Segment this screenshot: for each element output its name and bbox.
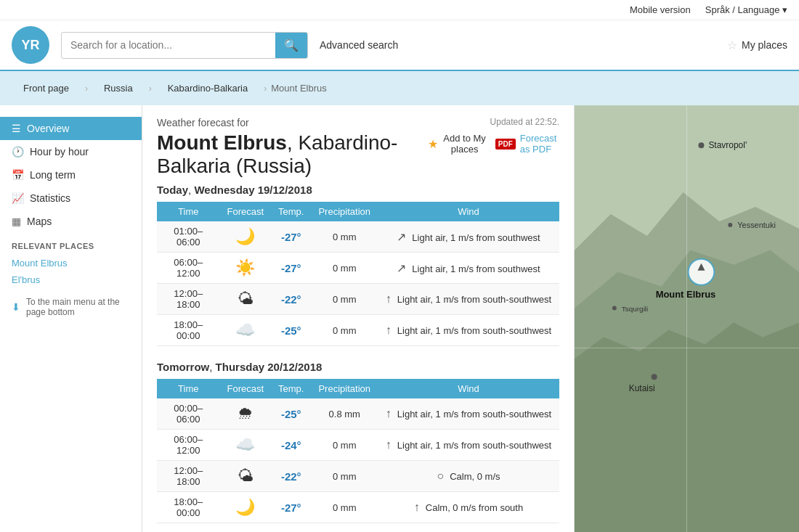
breadcrumb-current: Mount Elbrus	[271, 83, 327, 94]
time-cell: 18:00–00:00	[157, 315, 219, 346]
temp-cell: -27°	[271, 492, 311, 523]
time-cell: 01:00–06:00	[157, 221, 219, 253]
svg-point-8	[728, 223, 732, 227]
precipitation-cell: 0.8 mm	[311, 398, 378, 430]
table-row: 01:00–06:00 🌙 -27° 0 mm ↗Light air, 1 m/…	[157, 221, 559, 253]
wind-cell: ↗Light air, 1 m/s from southwest	[378, 221, 559, 253]
updated-text: Updated at 22:52.	[428, 117, 559, 127]
map-container: Stavropol' Yessentuki Tsqurgili Kutaisi …	[574, 105, 799, 532]
temp-cell: -22°	[271, 461, 311, 492]
forecast-icon-cell: ☁️	[219, 430, 271, 461]
tomorrow-col-forecast: Forecast	[219, 379, 271, 398]
search-button[interactable]: 🔍	[275, 33, 307, 58]
table-row: 06:00–12:00 ☀️ -27° 0 mm ↗Light air, 1 m…	[157, 253, 559, 284]
mobile-version-link[interactable]: Mobile version	[630, 4, 691, 15]
tomorrow-col-temp: Temp.	[271, 379, 311, 398]
relevant-place-elbrus[interactable]: El'brus	[0, 271, 142, 288]
breadcrumb-front-page[interactable]: Front page	[12, 77, 81, 99]
tomorrow-section: Tomorrow, Thursday 20/12/2018 Time Forec…	[157, 361, 559, 523]
wind-cell: ↗Light air, 1 m/s from southwest	[378, 253, 559, 284]
today-col-time: Time	[157, 202, 219, 221]
today-header: Today, Wednesday 19/12/2018	[157, 184, 559, 196]
sidebar-item-overview[interactable]: ☰ Overview	[0, 117, 142, 140]
table-row: 06:00–12:00 ☁️ -24° 0 mm ↑Light air, 1 m…	[157, 430, 559, 461]
forecast-icon-cell: 🌤	[219, 284, 271, 315]
breadcrumb-sep-1: ›	[85, 83, 88, 94]
wind-cell: ↑Light air, 1 m/s from south-southwest	[378, 430, 559, 461]
sidebar-item-maps[interactable]: ▦ Maps	[0, 210, 142, 233]
precipitation-cell: 0 mm	[311, 461, 378, 492]
main-layout: ☰ Overview 🕐 Hour by hour 📅 Long term 📈 …	[0, 105, 799, 532]
breadcrumb-sep-3: ›	[264, 83, 267, 94]
calendar-icon: 📅	[12, 169, 24, 181]
wind-cell: ↑Light air, 1 m/s from south-southwest	[378, 398, 559, 430]
precipitation-cell: 0 mm	[311, 284, 378, 315]
precipitation-cell: 0 mm	[311, 315, 378, 346]
content: Weather forecast for Mount Elbrus, Kabar…	[142, 105, 574, 532]
top-bar: Mobile version Språk / Language ▾	[0, 0, 799, 20]
chart-icon: 📈	[12, 192, 24, 204]
time-cell: 06:00–12:00	[157, 430, 219, 461]
svg-text:Tsqurgili: Tsqurgili	[622, 305, 649, 313]
star-filled-icon: ★	[428, 137, 438, 151]
add-to-my-places-button[interactable]: ★ Add to My places	[428, 133, 486, 155]
time-cell: 18:00–00:00	[157, 492, 219, 523]
temp-cell: -25°	[271, 315, 311, 346]
svg-text:Mount Elbrus: Mount Elbrus	[656, 289, 716, 300]
clock-icon: 🕐	[12, 146, 24, 157]
tomorrow-table: Time Forecast Temp. Precipitation Wind 0…	[157, 379, 559, 523]
sidebar-item-hour-by-hour[interactable]: 🕐 Hour by hour	[0, 140, 142, 163]
down-arrow-icon: ⬇	[12, 301, 20, 313]
today-col-forecast: Forecast	[219, 202, 271, 221]
forecast-pdf-link[interactable]: PDF Forecast as PDF	[495, 133, 559, 155]
language-link[interactable]: Språk / Language ▾	[705, 4, 787, 15]
wind-cell: ↑Calm, 0 m/s from south	[378, 492, 559, 523]
sidebar-item-statistics[interactable]: 📈 Statistics	[0, 187, 142, 210]
today-col-precip: Precipitation	[311, 202, 378, 221]
temp-cell: -22°	[271, 284, 311, 315]
page-actions: Updated at 22:52. ★ Add to My places PDF…	[428, 117, 559, 155]
breadcrumb-kabardino[interactable]: Kabardino-Balkaria	[156, 77, 260, 99]
svg-text:Stavropol': Stavropol'	[708, 140, 747, 150]
precipitation-cell: 0 mm	[311, 221, 378, 253]
breadcrumb-russia[interactable]: Russia	[92, 77, 145, 99]
overview-icon: ☰	[12, 123, 21, 134]
precipitation-cell: 0 mm	[311, 430, 378, 461]
action-buttons: ★ Add to My places PDF Forecast as PDF	[428, 133, 559, 155]
sidebar-bottom-link[interactable]: ⬇ To the main menu at the page bottom	[0, 288, 142, 326]
forecast-icon-cell: 🌙	[219, 492, 271, 523]
svg-point-6	[698, 142, 704, 148]
time-cell: 06:00–12:00	[157, 253, 219, 284]
precipitation-cell: 0 mm	[311, 253, 378, 284]
sidebar-item-long-term[interactable]: 📅 Long term	[0, 163, 142, 187]
search-box: 🔍	[61, 32, 308, 59]
maps-icon: ▦	[12, 216, 21, 227]
temp-cell: -27°	[271, 221, 311, 253]
advanced-search-link[interactable]: Advanced search	[320, 39, 398, 51]
pdf-icon: PDF	[495, 139, 516, 150]
time-cell: 12:00–18:00	[157, 461, 219, 492]
temp-cell: -27°	[271, 253, 311, 284]
temp-cell: -24°	[271, 430, 311, 461]
svg-point-15	[688, 259, 714, 285]
time-cell: 12:00–18:00	[157, 284, 219, 315]
relevant-place-mount-elbrus[interactable]: Mount Elbrus	[0, 255, 142, 271]
logo[interactable]: YR	[12, 26, 49, 64]
tomorrow-header: Tomorrow, Thursday 20/12/2018	[157, 361, 559, 373]
forecast-icon-cell: 🌤	[219, 461, 271, 492]
my-places-button[interactable]: ☆ My places	[727, 38, 787, 52]
tomorrow-col-time: Time	[157, 379, 219, 398]
star-icon: ☆	[727, 38, 737, 52]
today-col-temp: Temp.	[271, 202, 311, 221]
breadcrumb-sep-2: ›	[149, 83, 152, 94]
table-row: 18:00–00:00 🌙 -27° 0 mm ↑Calm, 0 m/s fro…	[157, 492, 559, 523]
tomorrow-col-wind: Wind	[378, 379, 559, 398]
forecast-icon-cell: ☁️	[219, 315, 271, 346]
today-section: Today, Wednesday 19/12/2018 Time Forecas…	[157, 184, 559, 346]
forecast-icon-cell: 🌙	[219, 221, 271, 253]
precipitation-cell: 0 mm	[311, 492, 378, 523]
breadcrumb: Front page › Russia › Kabardino-Balkaria…	[0, 71, 799, 105]
weather-title: Mount Elbrus, Kabardino-Balkaria (Russia…	[157, 131, 428, 178]
wind-cell: ↑Light air, 1 m/s from south-southwest	[378, 284, 559, 315]
search-input[interactable]	[62, 33, 275, 57]
